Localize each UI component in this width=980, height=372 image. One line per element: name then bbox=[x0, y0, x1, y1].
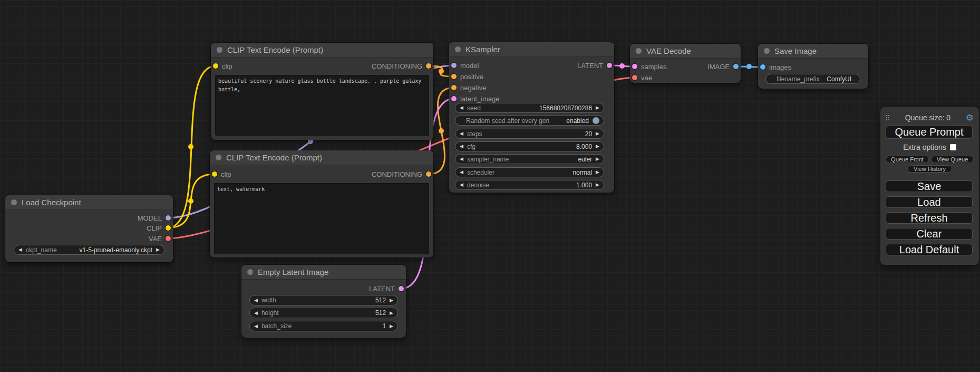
widget-scheduler[interactable]: ◀ scheduler normal ▶ bbox=[455, 167, 604, 177]
widget-height[interactable]: ◀ height 512 ▶ bbox=[249, 308, 398, 318]
decrement-arrow-icon[interactable]: ◀ bbox=[460, 183, 463, 187]
wire-midpoint-dot bbox=[439, 69, 444, 74]
slot-row: negative bbox=[449, 82, 614, 93]
increment-arrow-icon[interactable]: ▶ bbox=[596, 183, 599, 187]
output-slot-vae[interactable] bbox=[166, 236, 171, 241]
node-title-bar[interactable]: Load Checkpoint bbox=[5, 195, 173, 209]
extra-options-checkbox[interactable] bbox=[950, 144, 956, 150]
widget-ckpt-name[interactable]: ◀ ckpt_name v1-5-pruned-emaonly.ckpt ▶ bbox=[14, 245, 164, 255]
queue-front-button[interactable]: Queue Front bbox=[886, 156, 929, 163]
decrement-arrow-icon[interactable]: ◀ bbox=[254, 311, 258, 316]
collapse-dot-icon[interactable] bbox=[636, 48, 642, 54]
increment-arrow-icon[interactable]: ▶ bbox=[156, 247, 160, 252]
node-title-bar[interactable]: Empty Latent Image bbox=[241, 265, 406, 279]
gear-icon[interactable]: ⚙ bbox=[966, 113, 974, 122]
widget-random-seed-toggle[interactable]: Random seed after every gen enabled bbox=[455, 116, 604, 126]
decrement-arrow-icon[interactable]: ◀ bbox=[254, 298, 258, 303]
node-clip-text-encode-positive[interactable]: CLIP Text Encode (Prompt) clip CONDITION… bbox=[211, 43, 433, 140]
decrement-arrow-icon[interactable]: ◀ bbox=[254, 324, 258, 329]
increment-arrow-icon[interactable]: ▶ bbox=[390, 298, 393, 303]
output-slot-image[interactable] bbox=[733, 64, 739, 69]
decrement-arrow-icon[interactable]: ◀ bbox=[460, 106, 463, 110]
load-default-button[interactable]: Load Default bbox=[886, 244, 973, 255]
output-slot-model[interactable] bbox=[166, 215, 171, 221]
node-ksampler[interactable]: KSampler model LATENT positive negative … bbox=[449, 42, 614, 193]
node-empty-latent-image[interactable]: Empty Latent Image LATENT ◀ width 512 ▶ … bbox=[241, 265, 406, 338]
input-label-positive: positive bbox=[460, 73, 483, 81]
node-load-checkpoint[interactable]: Load Checkpoint MODEL CLIP VAE ◀ ckpt_na… bbox=[5, 195, 173, 262]
widget-denoise[interactable]: ◀ denoise 1.000 ▶ bbox=[455, 180, 604, 190]
widget-label: width bbox=[261, 297, 276, 304]
queue-panel-header: Queue size: 0 ⚙ bbox=[886, 112, 974, 123]
load-button[interactable]: Load bbox=[886, 196, 973, 208]
refresh-button[interactable]: Refresh bbox=[886, 212, 973, 224]
output-slot-clip[interactable] bbox=[166, 225, 171, 231]
collapse-dot-icon[interactable] bbox=[764, 48, 770, 54]
prompt-textarea[interactable]: text, watermark bbox=[214, 183, 429, 254]
input-slot-clip[interactable] bbox=[213, 63, 218, 69]
decrement-arrow-icon[interactable]: ◀ bbox=[460, 170, 463, 175]
collapse-dot-icon[interactable] bbox=[11, 199, 17, 205]
output-slot-latent[interactable] bbox=[607, 63, 612, 68]
node-save-image[interactable]: Save Image images filename_prefix ComfyU… bbox=[758, 44, 868, 89]
drag-handle-icon[interactable] bbox=[886, 115, 890, 121]
queue-prompt-button[interactable]: Queue Prompt bbox=[886, 126, 973, 139]
widget-value: 20 bbox=[585, 130, 592, 138]
increment-arrow-icon[interactable]: ▶ bbox=[596, 131, 599, 136]
node-title-bar[interactable]: CLIP Text Encode (Prompt) bbox=[210, 150, 433, 165]
node-clip-text-encode-negative[interactable]: CLIP Text Encode (Prompt) clip CONDITION… bbox=[210, 150, 433, 257]
widget-filename-prefix[interactable]: filename_prefix ComfyUI bbox=[765, 74, 860, 84]
clear-button[interactable]: Clear bbox=[886, 228, 973, 240]
widget-sampler-name[interactable]: ◀ sampler_name euler ▶ bbox=[455, 154, 604, 164]
collapse-dot-icon[interactable] bbox=[455, 46, 461, 52]
widget-label: cfg bbox=[467, 143, 476, 150]
input-slot-positive[interactable] bbox=[451, 74, 457, 79]
input-slot-clip[interactable] bbox=[212, 171, 217, 177]
increment-arrow-icon[interactable]: ▶ bbox=[596, 157, 599, 161]
node-title-bar[interactable]: VAE Decode bbox=[630, 44, 741, 58]
comfyui-canvas[interactable]: { "ui": { "arrow_left": "◀", "arrow_righ… bbox=[0, 0, 980, 372]
widget-batch-size[interactable]: ◀ batch_size 1 ▶ bbox=[249, 321, 398, 331]
output-slot-conditioning[interactable] bbox=[426, 171, 431, 177]
widget-label: height bbox=[261, 309, 279, 317]
node-title-bar[interactable]: CLIP Text Encode (Prompt) bbox=[211, 43, 433, 57]
widget-label: sampler_name bbox=[467, 156, 509, 163]
increment-arrow-icon[interactable]: ▶ bbox=[596, 106, 599, 110]
queue-panel[interactable]: Queue size: 0 ⚙ Queue Prompt Extra optio… bbox=[880, 107, 979, 265]
node-title: Load Checkpoint bbox=[22, 198, 81, 207]
save-button[interactable]: Save bbox=[886, 180, 973, 192]
output-slot-conditioning[interactable] bbox=[426, 63, 431, 69]
input-slot-model[interactable] bbox=[451, 63, 457, 68]
decrement-arrow-icon[interactable]: ◀ bbox=[460, 157, 463, 161]
decrement-arrow-icon[interactable]: ◀ bbox=[460, 144, 463, 149]
input-slot-samples[interactable] bbox=[632, 64, 637, 69]
input-slot-vae[interactable] bbox=[632, 75, 637, 80]
increment-arrow-icon[interactable]: ▶ bbox=[390, 324, 393, 329]
collapse-dot-icon[interactable] bbox=[247, 269, 253, 275]
node-vae-decode[interactable]: VAE Decode samples IMAGE vae bbox=[630, 44, 741, 83]
increment-arrow-icon[interactable]: ▶ bbox=[596, 144, 599, 149]
toggle-circle-icon[interactable] bbox=[593, 117, 599, 124]
input-slot-images[interactable] bbox=[760, 64, 765, 70]
input-slot-latent-image[interactable] bbox=[451, 96, 457, 101]
increment-arrow-icon[interactable]: ▶ bbox=[390, 311, 393, 316]
widget-label: seed bbox=[467, 104, 481, 112]
output-label-image: IMAGE bbox=[707, 63, 730, 71]
collapse-dot-icon[interactable] bbox=[216, 155, 221, 160]
node-title-bar[interactable]: Save Image bbox=[758, 44, 868, 58]
node-title: Empty Latent Image bbox=[258, 268, 328, 276]
prompt-textarea[interactable]: beautiful scenery nature glass bottle la… bbox=[215, 75, 429, 136]
widget-steps[interactable]: ◀ steps 20 ▶ bbox=[455, 129, 604, 139]
output-slot-latent[interactable] bbox=[399, 286, 404, 291]
increment-arrow-icon[interactable]: ▶ bbox=[596, 170, 599, 175]
widget-seed[interactable]: ◀ seed 156680208700286 ▶ bbox=[455, 103, 604, 113]
view-history-button[interactable]: View History bbox=[907, 165, 952, 173]
view-queue-button[interactable]: View Queue bbox=[931, 156, 974, 163]
decrement-arrow-icon[interactable]: ◀ bbox=[18, 247, 22, 252]
widget-width[interactable]: ◀ width 512 ▶ bbox=[249, 295, 398, 306]
collapse-dot-icon[interactable] bbox=[217, 47, 222, 53]
input-slot-negative[interactable] bbox=[451, 85, 457, 90]
decrement-arrow-icon[interactable]: ◀ bbox=[460, 131, 463, 136]
widget-cfg[interactable]: ◀ cfg 8.000 ▶ bbox=[455, 141, 604, 151]
node-title-bar[interactable]: KSampler bbox=[449, 42, 614, 56]
